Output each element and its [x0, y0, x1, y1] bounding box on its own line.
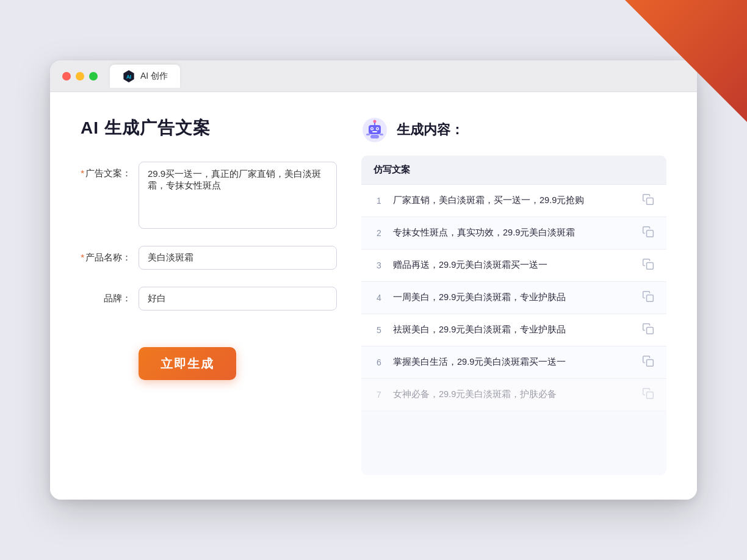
- copy-icon[interactable]: [642, 387, 654, 402]
- svg-point-6: [371, 128, 372, 129]
- copy-icon[interactable]: [642, 226, 654, 240]
- active-tab[interactable]: AI AI 创作: [110, 65, 180, 88]
- robot-icon: [361, 117, 388, 143]
- right-header: 生成内容：: [361, 117, 666, 143]
- svg-rect-17: [647, 295, 654, 302]
- copy-icon[interactable]: [642, 323, 654, 337]
- result-number: 7: [374, 390, 384, 400]
- browser-titlebar: AI AI 创作: [50, 60, 697, 92]
- result-item: 1厂家直销，美白淡斑霜，买一送一，29.9元抢购: [361, 185, 666, 217]
- copy-icon[interactable]: [642, 258, 654, 273]
- brand-input[interactable]: [139, 287, 337, 311]
- svg-point-7: [377, 128, 378, 129]
- result-item: 5祛斑美白，29.9元美白淡斑霜，专业护肤品: [361, 314, 666, 346]
- ai-tab-icon: AI: [122, 70, 135, 83]
- close-button[interactable]: [62, 72, 71, 81]
- result-number: 3: [374, 260, 384, 270]
- result-text: 赠品再送，29.9元美白淡斑霜买一送一: [393, 259, 633, 272]
- result-item: 2专抹女性斑点，真实功效，29.9元美白淡斑霜: [361, 217, 666, 249]
- svg-rect-15: [647, 231, 654, 237]
- result-number: 6: [374, 357, 384, 367]
- copy-icon[interactable]: [642, 290, 654, 305]
- result-text: 专抹女性斑点，真实功效，29.9元美白淡斑霜: [393, 226, 633, 240]
- svg-rect-3: [369, 125, 381, 134]
- browser-content: AI 生成广告文案 *广告文案： *产品名称： 品牌： 立: [50, 92, 697, 500]
- page-title: AI 生成广告文案: [81, 117, 337, 140]
- ad-copy-input[interactable]: [139, 162, 337, 229]
- left-panel: AI 生成广告文案 *广告文案： *产品名称： 品牌： 立: [81, 117, 337, 475]
- tab-label: AI 创作: [140, 71, 168, 82]
- traffic-lights: [62, 72, 98, 81]
- svg-point-10: [374, 120, 377, 123]
- ad-copy-required: *: [81, 168, 84, 178]
- svg-rect-11: [370, 135, 379, 138]
- result-item: 3赠品再送，29.9元美白淡斑霜买一送一: [361, 249, 666, 282]
- results-list: 1厂家直销，美白淡斑霜，买一送一，29.9元抢购2专抹女性斑点，真实功效，29.…: [361, 185, 666, 475]
- brand-label: 品牌：: [81, 287, 139, 304]
- results-header: 仿写文案: [361, 156, 666, 185]
- result-text: 一周美白，29.9元美白淡斑霜，专业护肤品: [393, 291, 633, 304]
- result-number: 4: [374, 293, 384, 303]
- svg-rect-12: [366, 134, 370, 135]
- result-number: 5: [374, 325, 384, 335]
- result-item: 7女神必备，29.9元美白淡斑霜，护肤必备: [361, 379, 666, 411]
- copy-icon[interactable]: [642, 193, 654, 208]
- result-number: 1: [374, 196, 384, 206]
- svg-rect-16: [647, 263, 654, 270]
- svg-text:AI: AI: [126, 74, 131, 80]
- product-required: *: [81, 252, 84, 262]
- generate-button[interactable]: 立即生成: [139, 347, 236, 380]
- svg-rect-20: [647, 392, 654, 399]
- ad-copy-label: *广告文案：: [81, 162, 139, 179]
- svg-rect-14: [647, 198, 654, 205]
- result-item: 6掌握美白生活，29.9元美白淡斑霜买一送一: [361, 346, 666, 379]
- product-label: *产品名称：: [81, 246, 139, 264]
- right-title: 生成内容：: [397, 121, 464, 139]
- svg-rect-19: [647, 360, 654, 367]
- minimize-button[interactable]: [76, 72, 84, 81]
- browser-window: AI AI 创作 AI 生成广告文案 *广告文案： *产品名称：: [50, 60, 697, 500]
- svg-rect-8: [372, 131, 377, 132]
- brand-row: 品牌：: [81, 287, 337, 311]
- svg-rect-13: [380, 134, 383, 135]
- result-text: 厂家直销，美白淡斑霜，买一送一，29.9元抢购: [393, 194, 633, 207]
- result-text: 女神必备，29.9元美白淡斑霜，护肤必备: [393, 388, 633, 401]
- svg-rect-18: [647, 328, 654, 334]
- result-text: 掌握美白生活，29.9元美白淡斑霜买一送一: [393, 356, 633, 369]
- maximize-button[interactable]: [89, 72, 98, 81]
- result-text: 祛斑美白，29.9元美白淡斑霜，专业护肤品: [393, 323, 633, 337]
- product-name-input[interactable]: [139, 246, 337, 270]
- result-number: 2: [374, 228, 384, 238]
- copy-icon[interactable]: [642, 355, 654, 370]
- result-item: 4一周美白，29.9元美白淡斑霜，专业护肤品: [361, 282, 666, 314]
- results-container: 仿写文案 1厂家直销，美白淡斑霜，买一送一，29.9元抢购2专抹女性斑点，真实功…: [361, 156, 666, 475]
- product-name-row: *产品名称：: [81, 246, 337, 270]
- right-panel: 生成内容： 仿写文案 1厂家直销，美白淡斑霜，买一送一，29.9元抢购2专抹女性…: [361, 117, 666, 475]
- ad-copy-row: *广告文案：: [81, 162, 337, 229]
